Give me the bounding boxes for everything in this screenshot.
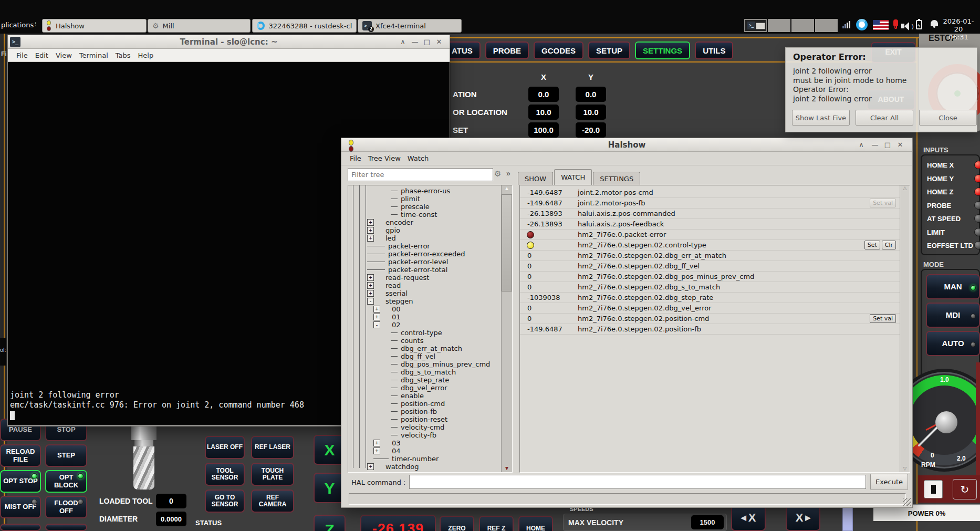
microphone-icon[interactable] [893,19,898,26]
terminal-menu-item[interactable]: Tabs [116,51,131,59]
watch-row[interactable]: -26.13893 halui.axis.z.pos-feedback [520,219,910,230]
watch-row[interactable]: 0 hm2_7i76e.0.stepgen.02.position-cmd Se… [520,314,910,324]
jog-x-plus-button[interactable]: X▶ [786,505,820,531]
tree-item[interactable]: velocity-cmd [348,423,512,431]
halshow-tab[interactable]: SHOW [518,172,553,185]
watch-row[interactable]: -149.6487 joint.2.motor-pos-cmd [520,188,910,198]
z-axis-button[interactable]: ZERO [440,516,474,531]
mode-button[interactable]: MDI [926,303,980,328]
filter-gear-icon[interactable]: ⚙ [494,169,501,179]
tree-expander[interactable]: + [367,274,374,281]
watch-clr-button[interactable]: Clr [882,241,896,249]
tree-expander[interactable] [391,356,398,357]
tree-item[interactable]: + read [348,282,512,289]
tree-item[interactable]: velocity-fb [348,431,512,439]
cutoff-button-right[interactable] [45,524,87,531]
tree-scrollbar-thumb[interactable] [502,194,512,291]
watch-set-button[interactable]: Set val [870,314,896,323]
tree-expander[interactable] [391,364,398,365]
taskbar-window-halshow[interactable]: Halshow [42,19,147,33]
watch-row[interactable]: -1039038 hm2_7i76e.0.stepgen.02.dbg_step… [520,293,910,303]
terminal-minimize-button[interactable]: — [409,38,421,46]
program-control-button[interactable]: OPT BLOCK [45,470,87,493]
tree-expander[interactable] [391,206,398,207]
workspace-pager[interactable] [768,19,790,32]
terminal-menu-item[interactable]: View [56,51,72,59]
halshow-titlebar[interactable]: Halshow ∧ — □ ✕ [341,138,912,152]
tree-item[interactable]: prescale [348,203,512,211]
tree-expander[interactable]: + [373,306,380,313]
tree-expander[interactable] [391,348,398,349]
tree-expander[interactable]: - [367,298,374,305]
tree-item[interactable]: position-cmd [348,400,512,408]
sensor-button[interactable]: TOUCH PLATE [251,463,294,486]
tree-item[interactable]: + encoder [348,218,512,226]
tree-item[interactable]: dbg_s_to_match [348,368,512,376]
hal-command-input[interactable] [409,475,866,489]
halshow-tab[interactable]: SETTINGS [593,172,640,185]
tree-item[interactable]: + 04 [348,447,512,455]
taskbar-window-mill[interactable]: ⚙ Mill [148,19,251,33]
watch-row[interactable]: hm2_7i76e.0.stepgen.02.control-type Set … [520,240,910,251]
scroll-down-icon[interactable]: ▼ [502,465,512,471]
tree-expander[interactable] [391,372,398,372]
hal-tree-panel[interactable]: phase-error-us plimit prescale time-cons… [348,185,513,473]
tree-item[interactable]: counts [348,337,512,345]
terminal-menu-item[interactable]: File [16,51,28,59]
tree-item[interactable]: control-type [348,329,512,337]
tree-expander[interactable] [391,380,398,380]
tree-item[interactable]: position-reset [348,415,512,423]
jog-x-minus-button[interactable]: ◀X [731,505,766,531]
taskbar-window-rustdesk[interactable]: 322463288 - rustdesk-cl... [252,19,357,33]
halshow-menu-item[interactable]: File [350,154,361,162]
tree-expander[interactable]: + [367,282,374,289]
workspace-pager-active[interactable]: >_ [744,19,767,32]
watch-row[interactable]: 0 hm2_7i76e.0.stepgen.02.dbg_s_to_match [520,282,910,293]
scroll-up-icon[interactable]: △ [900,185,910,193]
halshow-shade-button[interactable]: ∧ [856,141,867,149]
tree-item[interactable]: + sserial [348,289,512,297]
tree-item[interactable]: packet-error-level [348,258,512,266]
tree-expander[interactable] [391,427,398,428]
battery-icon[interactable]: ϟ [916,20,922,29]
z-axis-button[interactable]: HOME [518,516,553,531]
tree-item[interactable]: position-fb [348,408,512,415]
tree-expander[interactable]: + [373,440,380,446]
tree-item[interactable]: + 01 [348,313,512,321]
tree-expander[interactable] [391,435,398,435]
tree-expander[interactable]: - [373,321,380,328]
tree-item[interactable]: packet-error-exceeded [348,250,512,258]
tree-expander[interactable] [367,269,385,270]
tree-item[interactable]: plimit [348,195,512,203]
halshow-close-button[interactable]: ✕ [894,141,906,149]
terminal-close-button[interactable]: ✕ [433,38,445,46]
sensor-button[interactable]: GO TO SENSOR [205,490,245,513]
cnc-tab[interactable]: SETUP [588,41,630,59]
program-control-button[interactable]: FLOOD OFF [45,496,87,518]
tree-item[interactable]: + 00 [348,305,512,313]
tree-expander[interactable] [391,340,398,341]
rustdesk-tray-icon[interactable] [856,19,868,30]
max-velocity-value[interactable]: 1500 [691,515,724,529]
tree-expander[interactable]: + [367,219,374,226]
watch-set-button[interactable]: Set val [870,199,896,207]
applications-menu-button[interactable]: plications [1,21,34,29]
terminal-titlebar[interactable]: >_ Terminal - slo@lcnc: ~ ∧ — □ ✕ [8,35,450,49]
workspace-pager[interactable] [815,19,838,32]
watch-row[interactable]: -149.6487 hm2_7i76e.0.stepgen.02.positio… [520,324,910,335]
tree-item[interactable]: + read-request [348,274,512,282]
tree-expander[interactable]: + [373,447,380,454]
terminal-menu-item[interactable]: Edit [35,51,48,59]
tree-expander[interactable] [391,419,398,420]
terminal-shade-button[interactable]: ∧ [397,38,409,46]
watch-row[interactable]: 0 hm2_7i76e.0.stepgen.02.dbg_ff_vel [520,261,910,272]
tree-expander[interactable] [391,332,398,333]
tree-item[interactable]: enable [348,392,512,400]
tree-item[interactable]: + 03 [348,439,512,447]
scroll-up-icon[interactable]: ▲ [502,185,512,194]
program-control-button[interactable]: OPT STOP [0,470,41,493]
cnc-tab[interactable]: SETTINGS [635,41,690,59]
halshow-tab[interactable]: WATCH [554,169,592,185]
halshow-maximize-button[interactable]: □ [882,141,893,149]
watch-row[interactable]: 0 hm2_7i76e.0.stepgen.02.dbg_err_at_matc… [520,251,910,261]
